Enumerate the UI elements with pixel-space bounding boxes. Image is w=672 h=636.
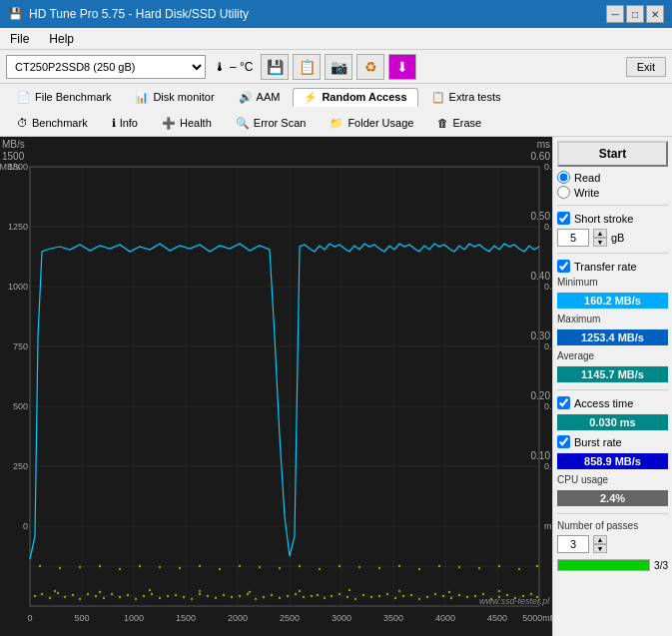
main-content: MB/s 1500 ms 0.60 0.50 0.40 0.30 0.20 0.…	[0, 137, 672, 636]
file-benchmark-icon: 📄	[17, 91, 31, 104]
download-icon-btn[interactable]: ⬇	[388, 54, 416, 80]
menu-file[interactable]: File	[6, 30, 33, 48]
svg-point-65	[378, 595, 380, 597]
passes-spin-up[interactable]: ▲	[593, 535, 607, 544]
folder-usage-icon: 📁	[330, 117, 343, 130]
tab-benchmark[interactable]: ⏱ Benchmark	[6, 114, 99, 132]
short-stroke-checkbox-row[interactable]: Short stroke	[557, 212, 668, 225]
titlebar-controls: ─ □ ✕	[606, 5, 664, 23]
spin-up-button[interactable]: ▲	[593, 229, 607, 238]
refresh-icon-btn[interactable]: ♻	[356, 54, 384, 80]
svg-point-115	[418, 568, 420, 570]
svg-point-54	[295, 593, 297, 595]
svg-point-30	[103, 597, 105, 599]
access-time-value: 0.030 ms	[557, 414, 668, 430]
transfer-rate-checkbox[interactable]	[557, 260, 570, 273]
tab-aam[interactable]: 🔊 AAM	[228, 88, 292, 107]
transfer-rate-checkbox-row[interactable]: Transfer rate	[557, 260, 668, 273]
write-radio[interactable]	[557, 186, 570, 199]
svg-point-113	[378, 567, 380, 569]
svg-point-92	[348, 589, 350, 591]
svg-point-95	[498, 590, 500, 592]
svg-point-109	[299, 565, 301, 567]
temp-value: – °C	[230, 60, 253, 74]
tab-error-scan[interactable]: 🔍 Error Scan	[225, 114, 318, 133]
close-button[interactable]: ✕	[646, 5, 664, 23]
svg-point-45	[223, 594, 225, 596]
svg-text:0.40: 0.40	[544, 282, 552, 292]
svg-point-73	[442, 595, 444, 597]
svg-point-66	[386, 593, 388, 595]
spin-down-button[interactable]: ▼	[593, 238, 607, 247]
tab-info[interactable]: ℹ Info	[101, 114, 149, 133]
burst-rate-checkbox-row[interactable]: Burst rate	[557, 435, 668, 448]
svg-point-104	[199, 565, 201, 567]
read-radio[interactable]	[557, 171, 570, 184]
passes-input[interactable]	[557, 535, 589, 553]
tab-disk-monitor[interactable]: 📊 Disk monitor	[124, 88, 225, 107]
menu-help[interactable]: Help	[45, 30, 78, 48]
maximize-button[interactable]: □	[626, 5, 644, 23]
titlebar-left: 💾 HD Tune Pro 5.75 - Hard Disk/SSD Utili…	[8, 7, 249, 21]
svg-point-55	[303, 596, 305, 598]
short-stroke-spinners: ▲ ▼	[593, 229, 607, 247]
info-icon-btn[interactable]: 📋	[293, 54, 321, 80]
svg-point-40	[183, 596, 185, 598]
svg-point-102	[159, 566, 161, 568]
start-button[interactable]: Start	[557, 141, 668, 167]
passes-spin-down[interactable]: ▼	[593, 544, 607, 553]
chart-svg: 0 500 1000 1500 2000 2500 3000 3500 4000…	[0, 137, 552, 636]
svg-point-91	[299, 590, 301, 592]
tab-row-1: 📄 File Benchmark 📊 Disk monitor 🔊 AAM ⚡ …	[0, 84, 672, 110]
svg-point-50	[263, 596, 265, 598]
svg-point-70	[418, 598, 420, 600]
svg-text:0.50: 0.50	[544, 222, 552, 232]
svg-point-94	[448, 591, 450, 593]
svg-point-56	[311, 595, 313, 597]
svg-text:1250: 1250	[8, 222, 28, 232]
svg-point-42	[199, 593, 201, 595]
burst-rate-checkbox[interactable]	[557, 435, 570, 448]
exit-button[interactable]: Exit	[626, 57, 666, 77]
svg-point-23	[49, 597, 51, 599]
tab-extra-tests[interactable]: 📋 Extra tests	[420, 88, 512, 107]
svg-point-119	[498, 565, 500, 567]
svg-point-52	[279, 597, 281, 599]
device-select[interactable]: CT250P2SSD8 (250 gB)	[6, 55, 206, 79]
divider-1	[557, 205, 668, 206]
temp-icon: 🌡	[214, 60, 226, 74]
svg-point-84	[530, 593, 532, 595]
minimize-button[interactable]: ─	[606, 5, 624, 23]
write-radio-item[interactable]: Write	[557, 186, 668, 199]
svg-point-63	[362, 594, 364, 596]
error-scan-icon: 🔍	[236, 117, 250, 130]
svg-point-114	[398, 565, 400, 567]
tab-health[interactable]: ➕ Health	[151, 114, 223, 133]
short-stroke-checkbox[interactable]	[557, 212, 570, 225]
svg-point-111	[338, 565, 340, 567]
svg-point-100	[119, 568, 121, 570]
svg-point-112	[358, 566, 360, 568]
svg-point-107	[259, 566, 261, 568]
tab-folder-usage[interactable]: 📁 Folder Usage	[319, 114, 424, 133]
svg-point-32	[119, 596, 121, 598]
svg-point-48	[247, 593, 249, 595]
access-time-checkbox[interactable]	[557, 396, 570, 409]
tab-random-access[interactable]: ⚡ Random Access	[293, 88, 417, 107]
hdd-icon-btn[interactable]: 💾	[261, 54, 289, 80]
camera-icon-btn[interactable]: 📷	[325, 54, 352, 80]
read-radio-item[interactable]: Read	[557, 171, 668, 184]
passes-row: ▲ ▼	[557, 535, 668, 553]
svg-point-106	[239, 565, 241, 567]
svg-point-62	[354, 598, 356, 600]
average-label: Average	[557, 350, 668, 361]
short-stroke-input[interactable]	[557, 229, 589, 247]
svg-text:4000: 4000	[435, 613, 455, 623]
svg-point-76	[466, 596, 468, 598]
svg-point-49	[255, 598, 257, 600]
svg-text:3500: 3500	[383, 613, 403, 623]
tab-erase[interactable]: 🗑 Erase	[426, 114, 492, 132]
tab-file-benchmark[interactable]: 📄 File Benchmark	[6, 88, 122, 107]
access-time-checkbox-row[interactable]: Access time	[557, 396, 668, 409]
extra-tests-icon: 📋	[431, 91, 445, 104]
